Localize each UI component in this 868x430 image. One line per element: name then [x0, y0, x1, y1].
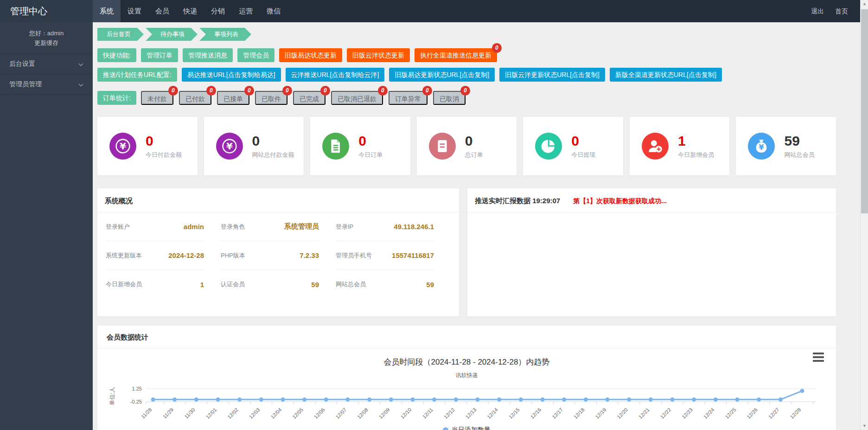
breadcrumb-item-list[interactable]: 事项列表 [199, 28, 251, 41]
stat-card-value: 0 [146, 134, 182, 148]
stat-card-value: 1 [678, 134, 714, 148]
button-old-yida-update-status-url[interactable]: 旧版易达更新状态URL[点击复制] [389, 68, 495, 82]
nav-link-home[interactable]: 首页 [830, 0, 854, 22]
svg-text:12/12: 12/12 [443, 407, 456, 420]
stat-card-info: 0今日订单 [358, 134, 383, 159]
sidebar: 您好：admin 更新缓存 后台设置管理员管理 [0, 22, 93, 430]
svg-text:12/08: 12/08 [356, 407, 369, 420]
badge-wrap-cancelled: 已取消0 [433, 91, 466, 105]
button-old-yunyang-update-status-url[interactable]: 旧版云洋更新状态URL[点击复制] [499, 68, 605, 82]
pie-icon [535, 133, 562, 160]
overview-value: 49.118.246.1 [394, 223, 434, 231]
overview-cell: 登录角色系统管理员 [221, 212, 319, 241]
svg-text:12/19: 12/19 [594, 407, 607, 420]
svg-text:12/11: 12/11 [421, 407, 434, 419]
refresh-cache-link[interactable]: 更新缓存 [0, 38, 93, 48]
svg-text:12/17: 12/17 [551, 407, 564, 420]
badge-wrap-run-all-channel-push-update: 执行全渠道推送信息更新0 [415, 48, 497, 62]
nav-item-express[interactable]: 快递 [176, 0, 204, 22]
button-yida-push-url[interactable]: 易达推送URL[点击复制给易达] [182, 68, 281, 82]
svg-text:12/13: 12/13 [464, 407, 477, 420]
chart-menu-icon[interactable] [813, 353, 824, 362]
nav-item-system[interactable]: 系统 [93, 0, 121, 22]
nav-right-links: 退出首页 [805, 0, 860, 22]
button-old-yida-status-update[interactable]: 旧版易达状态更新 [279, 48, 342, 62]
nav-item-settings[interactable]: 设置 [121, 0, 148, 22]
nav-item-wechat[interactable]: 微信 [260, 0, 287, 22]
count-badge: 0 [320, 86, 330, 96]
sidebar-item-backend-settings[interactable]: 后台设置 [0, 54, 93, 74]
badge-wrap-order-abnormal: 订单异常0 [389, 91, 428, 105]
order-tag-cancelled-refunded[interactable]: 已取消已退款 [331, 91, 383, 105]
breadcrumb-todo-items[interactable]: 待办事项 [146, 28, 198, 41]
svg-text:12/27: 12/27 [767, 407, 780, 420]
button-yunyang-push-url[interactable]: 云洋推送URL[点击复制给云洋] [286, 68, 385, 82]
scrollbar-up-icon[interactable]: ▲ [861, 0, 868, 8]
scrollbar-thumb[interactable] [861, 9, 868, 213]
button-run-all-channel-push-update[interactable]: 执行全渠道推送信息更新 [415, 48, 497, 62]
scrollbar-down-icon[interactable]: ▼ [861, 422, 868, 430]
button-quick-functions-label[interactable]: 快捷功能: [97, 48, 136, 62]
overview-cell: 管理员手机号15574116817 [336, 241, 434, 270]
svg-text:-0.25: -0.25 [130, 399, 142, 404]
nav-spacer [287, 0, 805, 22]
overview-label: 系统更新版本 [106, 251, 142, 260]
button-new-all-channel-update-status-url[interactable]: 新版全渠道更新状态URL[点击复制] [610, 68, 722, 82]
chart-title: 会员时间段（2024-11-28 - 2024-12-28）内趋势 [107, 357, 827, 367]
svg-text:12/21: 12/21 [638, 407, 651, 420]
button-old-yunyang-status-update[interactable]: 旧版云洋状态更新 [347, 48, 410, 62]
button-manage-push-messages[interactable]: 管理推送消息 [183, 48, 233, 62]
svg-text:11/30: 11/30 [183, 407, 196, 419]
count-badge: 0 [378, 86, 388, 96]
svg-text:¥: ¥ [120, 141, 126, 152]
nav-link-logout[interactable]: 退出 [805, 0, 830, 22]
badge-wrap-accepted: 已接单0 [217, 91, 249, 105]
svg-text:12/04: 12/04 [269, 407, 282, 420]
overview-value: 59 [311, 281, 319, 289]
nav-item-operations[interactable]: 运营 [232, 0, 260, 22]
quick-actions-row: 快捷功能:管理订单管理推送消息管理会员旧版易达状态更新旧版云洋状态更新执行全渠道… [97, 48, 836, 62]
overview-value: 系统管理员 [284, 222, 319, 231]
stat-card-site-total-payment-amount: ¥0网站总付款金额 [204, 117, 304, 175]
svg-text:12/15: 12/15 [508, 407, 521, 420]
app-title: 管理中心 [0, 0, 93, 22]
system-overview-title: 系统概况 [105, 197, 452, 205]
stat-card-label: 今日订单 [358, 151, 383, 159]
chart-legend[interactable]: 当日添加数量 [107, 426, 827, 430]
button-push-cron-url-config-label[interactable]: 推送/计划任务URL配置: [97, 68, 177, 82]
chevron-down-icon [78, 60, 83, 68]
stat-card-today-payment-amount: ¥0今日付款金额 [97, 117, 198, 175]
stat-card-value: 0 [571, 134, 595, 148]
svg-text:¥: ¥ [226, 141, 233, 152]
button-order-stats-label[interactable]: 订单统计: [97, 91, 136, 105]
sidebar-menu: 后台设置管理员管理 [0, 54, 93, 95]
stat-card-total-orders: 0总订单 [417, 117, 517, 175]
greeting-text: 您好：admin [0, 28, 93, 38]
push-report-title: 推送实时汇报数据 19:29:07 [475, 197, 560, 205]
count-badge: 0 [282, 86, 292, 96]
stat-card-value: 0 [252, 134, 294, 148]
button-manage-orders[interactable]: 管理订单 [141, 48, 178, 62]
sidebar-item-admin-management[interactable]: 管理员管理 [0, 74, 93, 95]
system-overview-row: 系统更新版本2024-12-28PHP版本7.2.33管理员手机号1557411… [105, 241, 452, 270]
stat-card-today-new-members: 1今日新增会员 [630, 117, 730, 175]
system-overview-row: 今日新增会员1认证会员59网站总会员59 [105, 270, 452, 299]
nav-item-distribution[interactable]: 分销 [204, 0, 232, 22]
svg-text:12/18: 12/18 [573, 407, 586, 420]
overview-label: 认证会员 [221, 280, 245, 289]
legend-marker-icon [443, 427, 448, 430]
member-stats-panel: 会员数据统计 会员时间段（2024-11-28 - 2024-12-28）内趋势… [97, 326, 836, 430]
count-badge: 0 [168, 86, 178, 96]
svg-text:12/25: 12/25 [724, 407, 737, 420]
button-manage-members[interactable]: 管理会员 [237, 48, 274, 62]
overview-value: 15574116817 [392, 251, 434, 259]
overview-label: 网站总会员 [336, 280, 366, 289]
overview-value: admin [184, 223, 204, 231]
legend-label: 当日添加数量 [452, 426, 491, 430]
order-tag-order-abnormal[interactable]: 订单异常 [389, 91, 428, 105]
breadcrumb-backend-home[interactable]: 后台首页 [97, 28, 144, 41]
svg-text:12/07: 12/07 [334, 407, 347, 420]
nav-item-members[interactable]: 会员 [148, 0, 176, 22]
overview-label: 登录账户 [106, 223, 130, 231]
overview-value: 59 [426, 281, 434, 289]
